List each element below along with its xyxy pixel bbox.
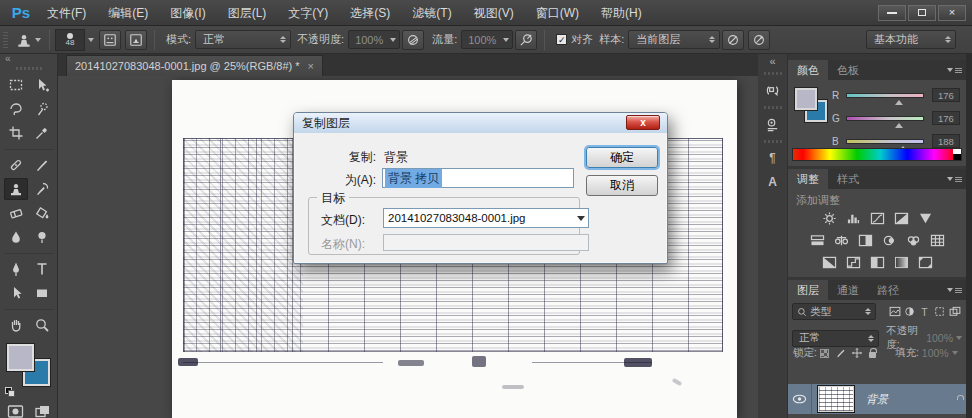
menu-layer[interactable]: 图层(L) bbox=[217, 0, 278, 26]
brush-picker-chevron-icon[interactable] bbox=[88, 38, 94, 42]
flow-dropdown[interactable]: 100% bbox=[461, 30, 513, 49]
filter-pixel-layers-icon[interactable] bbox=[887, 306, 902, 317]
layer-thumbnail[interactable] bbox=[818, 386, 854, 412]
lock-position-icon[interactable] bbox=[850, 347, 864, 359]
tool-blur[interactable] bbox=[4, 226, 28, 248]
aligned-checkbox[interactable]: ✓ bbox=[556, 34, 567, 45]
document-tab[interactable]: 20141027083048-0001.jpg @ 25%(RGB/8#) * … bbox=[66, 55, 323, 76]
green-slider[interactable] bbox=[846, 116, 924, 121]
tool-history-brush[interactable] bbox=[30, 178, 54, 200]
opacity-dropdown[interactable]: 100% bbox=[348, 30, 400, 49]
tool-clone-stamp[interactable] bbox=[4, 178, 28, 200]
filter-type-layers-icon[interactable]: T bbox=[917, 306, 932, 318]
layer-filter-type-dropdown[interactable]: 类型 bbox=[792, 303, 876, 320]
layer-blend-mode-dropdown[interactable]: 正常 bbox=[792, 330, 879, 347]
default-colors-icon[interactable] bbox=[5, 387, 14, 396]
cancel-button[interactable]: 取消 bbox=[586, 175, 658, 196]
adj-channel-mixer-icon[interactable] bbox=[905, 233, 922, 248]
menu-filter[interactable]: 滤镜(T) bbox=[401, 0, 462, 26]
adj-curves-icon[interactable] bbox=[869, 211, 886, 226]
quick-mask-button[interactable] bbox=[7, 404, 24, 418]
tool-move[interactable] bbox=[30, 74, 54, 96]
filter-adjustment-layers-icon[interactable] bbox=[902, 306, 917, 317]
panel-menu-button[interactable] bbox=[947, 280, 966, 300]
tab-adjustments[interactable]: 调整 bbox=[788, 169, 828, 189]
combobox-arrow-icon[interactable] bbox=[573, 209, 588, 227]
foreground-color-swatch[interactable] bbox=[7, 344, 34, 371]
adj-selective-color-icon[interactable] bbox=[917, 255, 934, 270]
blend-mode-dropdown[interactable]: 正常 bbox=[195, 30, 291, 49]
toggle-brush-panel-button[interactable] bbox=[99, 30, 121, 50]
red-value[interactable]: 176 bbox=[932, 88, 960, 102]
screen-mode-button[interactable] bbox=[34, 404, 51, 418]
lock-all-icon[interactable] bbox=[866, 348, 880, 358]
close-button[interactable]: × bbox=[938, 5, 966, 21]
brush-preset-picker[interactable]: 48 bbox=[55, 29, 85, 51]
adj-color-lookup-icon[interactable] bbox=[929, 233, 946, 248]
adj-photo-filter-icon[interactable] bbox=[881, 233, 898, 248]
foreground-color-swatch[interactable] bbox=[795, 88, 817, 110]
adj-threshold-icon[interactable] bbox=[869, 255, 886, 270]
layer-row-background[interactable]: 背景 bbox=[788, 384, 966, 414]
adj-levels-icon[interactable] bbox=[845, 211, 862, 226]
blue-slider[interactable] bbox=[846, 139, 924, 144]
properties-panel-button[interactable] bbox=[762, 114, 784, 134]
menu-window[interactable]: 窗口(W) bbox=[525, 0, 590, 26]
lock-pixels-icon[interactable] bbox=[834, 347, 848, 359]
tool-brush[interactable] bbox=[30, 154, 54, 176]
menu-type[interactable]: 文字(Y) bbox=[277, 0, 339, 26]
filter-smart-objects-icon[interactable] bbox=[947, 306, 962, 317]
workspace-dropdown[interactable]: 基本功能 bbox=[866, 30, 956, 49]
paragraph-panel-button[interactable]: ¶ bbox=[762, 148, 784, 168]
menu-view[interactable]: 视图(V) bbox=[463, 0, 525, 26]
panel-menu-button[interactable] bbox=[947, 60, 966, 80]
tool-rectangular-marquee[interactable] bbox=[4, 74, 28, 96]
menu-image[interactable]: 图像(I) bbox=[159, 0, 216, 26]
menu-edit[interactable]: 编辑(E) bbox=[97, 0, 159, 26]
tool-eyedropper[interactable] bbox=[30, 122, 54, 144]
sample-dropdown[interactable]: 当前图层 bbox=[628, 30, 720, 49]
dialog-title-bar[interactable]: 复制图层 bbox=[294, 113, 667, 133]
history-panel-button[interactable] bbox=[762, 80, 784, 100]
collapse-panels-icon[interactable]: « bbox=[769, 54, 775, 68]
maximize-button[interactable] bbox=[908, 5, 936, 21]
menu-help[interactable]: 帮助(H) bbox=[590, 0, 653, 26]
adj-color-balance-icon[interactable] bbox=[833, 233, 850, 248]
character-panel-button[interactable]: A bbox=[762, 172, 784, 192]
red-slider[interactable] bbox=[846, 93, 924, 98]
menu-select[interactable]: 选择(S) bbox=[339, 0, 401, 26]
layer-opacity-value[interactable]: 100% bbox=[926, 332, 953, 344]
chevron-down-icon[interactable] bbox=[952, 351, 958, 355]
lock-transparency-icon[interactable] bbox=[818, 349, 832, 358]
adj-gradient-map-icon[interactable] bbox=[893, 255, 910, 270]
tab-close-icon[interactable]: × bbox=[308, 60, 314, 72]
adj-posterize-icon[interactable] bbox=[845, 255, 862, 270]
tab-color[interactable]: 颜色 bbox=[788, 60, 828, 80]
tool-spot-healing-brush[interactable] bbox=[4, 154, 28, 176]
as-name-input[interactable]: 背景 拷贝 bbox=[382, 168, 574, 188]
tab-layers[interactable]: 图层 bbox=[788, 280, 828, 300]
dialog-close-button[interactable]: x bbox=[626, 115, 660, 130]
clone-source-panel-button[interactable] bbox=[125, 30, 147, 50]
adj-vibrance-icon[interactable] bbox=[917, 211, 934, 226]
tool-path-selection[interactable] bbox=[4, 282, 28, 304]
panel-menu-button[interactable] bbox=[947, 169, 966, 189]
collapse-tools-icon[interactable]: « bbox=[0, 54, 57, 64]
black-swatch[interactable] bbox=[953, 154, 961, 160]
fill-value[interactable]: 100% bbox=[922, 347, 949, 359]
tool-pen[interactable] bbox=[4, 258, 28, 280]
airbrush-button[interactable] bbox=[515, 30, 537, 50]
adj-exposure-icon[interactable] bbox=[893, 211, 910, 226]
tool-lasso[interactable] bbox=[4, 98, 28, 120]
ignore-adjustment-layers-button[interactable] bbox=[722, 30, 744, 50]
adj-invert-icon[interactable] bbox=[821, 255, 838, 270]
chevron-down-icon[interactable] bbox=[956, 336, 962, 340]
minimize-button[interactable] bbox=[878, 5, 906, 21]
filter-shape-layers-icon[interactable] bbox=[932, 306, 947, 317]
tool-eraser[interactable] bbox=[4, 202, 28, 224]
tool-paint-bucket[interactable] bbox=[30, 202, 54, 224]
tab-styles[interactable]: 样式 bbox=[828, 169, 868, 189]
layer-name[interactable]: 背景 bbox=[866, 392, 888, 407]
tab-paths[interactable]: 路径 bbox=[868, 280, 908, 300]
blue-value[interactable]: 188 bbox=[932, 134, 960, 148]
